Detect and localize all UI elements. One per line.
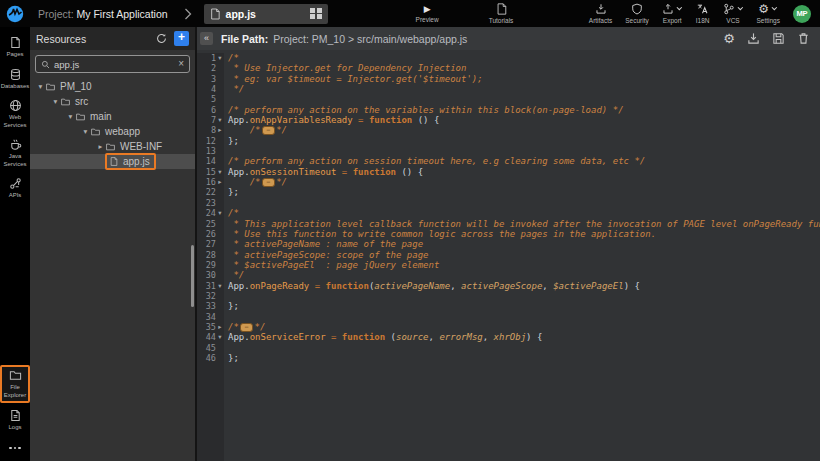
preview-button[interactable]: ▶ Preview	[416, 5, 439, 23]
search-box[interactable]: app.js ×	[35, 55, 190, 73]
save-icon[interactable]	[772, 32, 785, 45]
tab-appjs[interactable]: app.js	[204, 4, 328, 24]
folded-code-placeholder[interactable]: ⋯	[262, 126, 276, 135]
grid-icon[interactable]	[310, 8, 322, 20]
settings-button[interactable]: ⚙Settings	[757, 3, 781, 24]
sidebar-item-apis[interactable]: APIs	[0, 177, 30, 200]
code-token: */	[228, 270, 244, 280]
code-editor[interactable]: 1▾234567▾8▸12131415▾16▸222324▾2526272829…	[197, 50, 820, 461]
gutter-row: 44▾	[197, 332, 224, 342]
i18n-button[interactable]: I18N	[696, 3, 710, 24]
sidebar-item-web-services[interactable]: Web Services	[0, 99, 30, 129]
code-line-26: * Use this function to write common logi…	[228, 229, 820, 239]
folder-icon	[45, 82, 56, 92]
overflow-dots-icon[interactable]	[9, 447, 21, 450]
code-token: App.	[228, 115, 250, 125]
fold-closed-icon[interactable]: ▸	[216, 125, 224, 135]
folded-code-placeholder[interactable]: ⋯	[262, 178, 276, 187]
project-breadcrumb[interactable]: Project: My First Application	[38, 8, 168, 20]
settings-gear-icon: ⚙	[758, 3, 769, 15]
clear-search-icon[interactable]: ×	[178, 59, 184, 69]
sidebar-item-databases[interactable]: Databases	[0, 68, 30, 91]
fold-open-icon[interactable]: ▾	[216, 208, 224, 218]
line-number: 23	[206, 198, 216, 208]
editor-panel: « File Path: Project: PM_10 > src/main/w…	[197, 27, 820, 461]
code-line-2: * Use Injector.get for Dependency Inject…	[228, 63, 820, 73]
code-token: /* perform any action on session timeout…	[228, 156, 645, 166]
fold-open-icon[interactable]: ▾	[216, 281, 224, 291]
file-path-label: File Path:	[221, 33, 268, 45]
tree-label: webapp	[105, 126, 140, 137]
fold-closed-icon[interactable]: ▸	[216, 322, 224, 332]
code-line-16: /*⋯*/	[228, 177, 820, 187]
user-avatar[interactable]: MP	[793, 5, 811, 23]
sidebar-item-java-services[interactable]: Java Services	[0, 138, 30, 168]
security-button[interactable]: Security	[625, 3, 648, 24]
export-button[interactable]: Export	[662, 3, 683, 24]
add-resource-button[interactable]: +	[174, 31, 189, 46]
line-number: 22	[206, 187, 216, 197]
refresh-icon[interactable]	[156, 33, 167, 44]
line-number: 12	[206, 136, 216, 146]
gutter-row: 1▾	[197, 53, 224, 63]
code-lines[interactable]: /* * Use Injector.get for Dependency Inj…	[224, 53, 820, 461]
sidebar-item-logs[interactable]: Logs	[0, 409, 30, 432]
artifacts-button[interactable]: Artifacts	[589, 3, 612, 24]
code-token: =	[336, 167, 352, 177]
chevron-right-icon[interactable]: ▸	[96, 142, 105, 151]
databases-icon	[9, 68, 22, 81]
chevron-down-icon[interactable]: ▾	[51, 97, 60, 106]
code-token: * This application level callback functi…	[228, 219, 820, 229]
tutorials-label: Tutorials	[489, 17, 514, 24]
chevron-down-icon[interactable]: ▾	[81, 127, 90, 136]
i18n-icon	[696, 3, 709, 15]
editor-settings-icon[interactable]: ⚙	[723, 32, 735, 45]
export-icon-row	[662, 3, 683, 15]
pages-icon	[9, 36, 22, 49]
download-icon[interactable]	[747, 32, 760, 45]
gutter-row: 5	[197, 94, 224, 104]
code-token: () {	[412, 115, 439, 125]
sidebar-label-java-services: Java Services	[0, 153, 30, 168]
tree-item-main[interactable]: ▾main	[30, 109, 195, 124]
fold-open-icon[interactable]: ▾	[216, 167, 224, 177]
wavemaker-logo-icon[interactable]	[0, 0, 30, 27]
tree-item-app-js[interactable]: app.js	[30, 154, 195, 169]
tree-item-src[interactable]: ▾src	[30, 94, 195, 109]
tree-item-web-inf[interactable]: ▸WEB-INF	[30, 139, 195, 154]
collapse-panel-button[interactable]: «	[200, 32, 213, 45]
line-number: 26	[206, 229, 216, 239]
folded-code-placeholder[interactable]: ⋯	[240, 323, 254, 332]
tutorials-button[interactable]: Tutorials	[489, 3, 514, 24]
tutorials-icon	[496, 3, 507, 15]
code-line-44: App.onServiceError = function (source, e…	[228, 332, 820, 342]
file-tree: ▾PM_10▾src▾main▾webapp▸WEB-INFapp.js	[30, 79, 195, 169]
chevron-down-icon[interactable]: ▾	[36, 82, 45, 91]
search-input[interactable]: app.js	[54, 59, 79, 70]
gutter-row: 14	[197, 156, 224, 166]
fold-closed-icon[interactable]: ▸	[216, 177, 224, 187]
vcs-caret-icon	[737, 6, 744, 12]
fold-open-icon[interactable]: ▾	[216, 332, 224, 342]
folder-icon	[60, 97, 71, 107]
code-token: * Use Injector.get for Dependency Inject…	[228, 63, 466, 73]
tree-item-webapp[interactable]: ▾webapp	[30, 124, 195, 139]
code-token: */	[276, 177, 287, 187]
vcs-button[interactable]: VCS	[723, 3, 744, 24]
line-number: 33	[206, 301, 216, 311]
fold-open-icon[interactable]: ▾	[216, 115, 224, 125]
preview-label: Preview	[416, 16, 439, 23]
chevron-down-icon[interactable]: ▾	[66, 112, 75, 121]
fold-open-icon[interactable]: ▾	[216, 53, 224, 63]
delete-icon[interactable]	[797, 32, 810, 45]
settings-label: Settings	[757, 17, 781, 24]
sidebar-item-pages[interactable]: Pages	[0, 36, 30, 59]
settings-caret-icon	[771, 6, 778, 12]
sidebar-item-file-explorer[interactable]: File Explorer	[0, 365, 30, 403]
tree-item-pm-10[interactable]: ▾PM_10	[30, 79, 195, 94]
code-line-15: App.onSessionTimeout = function () {	[228, 167, 820, 177]
vcs-icon-row	[723, 3, 744, 15]
resources-scrollbar[interactable]	[191, 245, 194, 307]
line-number: 6	[211, 105, 216, 115]
security-icon	[631, 3, 643, 15]
